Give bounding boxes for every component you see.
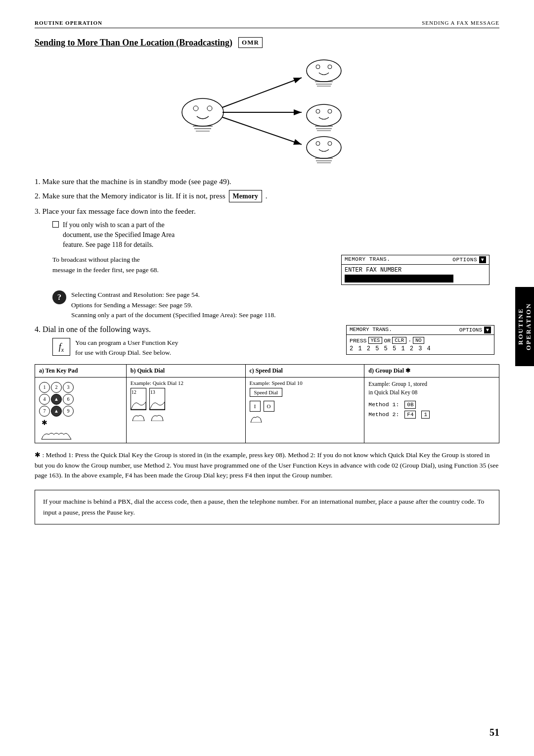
sd-key-I: I [250, 401, 261, 412]
key-spacer2 [63, 418, 74, 428]
svg-point-0 [182, 98, 223, 126]
lcd1-topbar: MEMORY TRANS. OPTIONS ▼ [342, 255, 489, 265]
speed-dial-finger-icon [250, 414, 274, 423]
info-text: Selecting Contrast and Resolution: See p… [71, 290, 276, 320]
checkbox-icon [52, 221, 59, 228]
lcd2-topbar-left: MEMORY TRANS. [350, 327, 392, 333]
quick-key-13-wave [150, 399, 165, 410]
group-dial-methods: Method 1: 0B Method 2: F4 1 [368, 401, 495, 419]
lcd1-col: MEMORY TRANS. OPTIONS ▼ ENTER FAX NUMBER [341, 255, 499, 285]
step-3: 3. Place your fax message face down into… [35, 205, 499, 217]
method2-box-1: 1 [421, 411, 430, 419]
quick-key-12: 12 [131, 388, 146, 410]
svg-point-22 [307, 137, 341, 158]
method1-box: 0B [404, 401, 416, 409]
quick-dial-cell: Example: Quick Dial 12 12 13 [126, 377, 245, 443]
group-dial-text: Example: Group 1, stored in Quick Dial K… [368, 380, 495, 397]
key-5: ▲ [51, 394, 62, 405]
quick-key-13: 13 [149, 388, 165, 410]
checkbox-item: If you only wish to scan a part of the d… [52, 220, 499, 250]
svg-point-18 [328, 109, 332, 113]
lcd1-topbar-left: MEMORY TRANS. [345, 256, 390, 263]
key-6: 6 [63, 394, 74, 405]
svg-point-1 [193, 106, 198, 111]
svg-point-12 [328, 65, 332, 69]
steps-area: 1. Make sure that the machine is in stan… [35, 176, 499, 320]
lcd2-press-line: PRESS YES OR CLR · NO [350, 337, 491, 344]
lcd2-num-line: 2 1 2 5 5 5 1 2 3 4 [350, 345, 491, 352]
notice-text: If your machine is behind a PBX, dial th… [43, 498, 484, 516]
two-col-row: To broadcast without placing the message… [35, 255, 499, 285]
lcd1: MEMORY TRANS. OPTIONS ▼ ENTER FAX NUMBER [341, 255, 490, 285]
sidebar-line2: OPERATION [525, 303, 533, 350]
finger-row [39, 429, 122, 440]
omr-box: OMR [238, 37, 263, 48]
svg-point-2 [207, 106, 212, 111]
page-header: Routine Operation Sending a Fax Message [35, 20, 499, 28]
footnote-text: : Method 1: Press the Quick Dial Key the… [35, 451, 498, 479]
fx-icon: fx [52, 338, 70, 356]
svg-point-23 [316, 142, 320, 145]
section-title-text: Sending to More Than One Location (Broad… [35, 38, 232, 48]
lcd1-topbar-right-text: OPTIONS [452, 257, 477, 263]
key-9: 9 [63, 406, 74, 417]
hand-icon [39, 429, 74, 440]
quick-key-12-wave [131, 399, 146, 410]
col-header-b: b) Quick Dial [126, 364, 245, 377]
footnote-asterisk: ✱ [35, 451, 41, 459]
lcd2-arrow-btn[interactable]: ▼ [484, 327, 491, 333]
svg-point-10 [307, 60, 341, 82]
method2-row: Method 2: F4 1 [368, 411, 495, 419]
fx-box: fx You can program a User Function Key f… [52, 338, 336, 358]
quick-dial-example-label: Example: Quick Dial 12 [131, 380, 241, 386]
speed-dial-example-label: Example: Speed Dial 10 [250, 380, 360, 386]
step-1: 1. Make sure that the machine is in stan… [35, 176, 499, 187]
svg-line-6 [222, 78, 302, 107]
sidebar-tab: ROUTINE OPERATION [515, 287, 534, 366]
col-header-a: a) Ten Key Pad [35, 364, 127, 377]
speed-dial-keys: I O [250, 401, 360, 412]
no-key: NO [413, 337, 424, 344]
header-right: Sending a Fax Message [422, 20, 499, 26]
lcd1-topbar-right: OPTIONS ▼ [452, 256, 486, 263]
clr-key: CLR [392, 337, 406, 344]
lcd2-topbar-right: OPTIONS ▼ [459, 327, 491, 333]
lcd2-topbar: MEMORY TRANS. OPTIONS ▼ [347, 326, 494, 335]
yes-key: YES [368, 337, 383, 344]
illustration-area [35, 53, 499, 167]
memory-button-label: Memory [229, 190, 262, 202]
lcd2: MEMORY TRANS. OPTIONS ▼ PRESS YES OR CLR… [346, 325, 494, 355]
svg-point-11 [316, 65, 320, 69]
broadcasting-illustration [163, 53, 371, 167]
broadcast-note-col: To broadcast without placing the message… [35, 255, 331, 285]
footnote-area: ✱ : Method 1: Press the Quick Dial Key t… [35, 450, 499, 481]
step4-left: 4. Dial in one of the following ways. fx… [35, 325, 336, 358]
col-header-c: c) Speed Dial [245, 364, 364, 377]
key-2: 2 [51, 382, 62, 393]
speed-dial-fingers [250, 414, 360, 425]
key-star: ✱ [39, 418, 50, 428]
group-dial-cell: Example: Group 1, stored in Quick Dial K… [364, 377, 499, 443]
finger-icon-1 [131, 412, 146, 421]
method2-box-f4: F4 [404, 411, 416, 419]
lcd1-arrow-btn[interactable]: ▼ [479, 256, 486, 263]
notice-box: If your machine is behind a PBX, dial th… [35, 490, 499, 524]
quick-dial-fingers [131, 412, 241, 421]
lcd1-cursor-bar [345, 275, 453, 283]
svg-point-24 [328, 142, 332, 145]
step-2-text: 2. Make sure that the Memory indicator i… [35, 191, 225, 200]
step-2: 2. Make sure that the Memory indicator i… [35, 190, 499, 202]
step4-row: 4. Dial in one of the following ways. fx… [35, 325, 499, 358]
info-bubble-row: ? Selecting Contrast and Resolution: See… [52, 290, 499, 320]
page-number: 51 [490, 727, 499, 738]
ten-key-pad-cell: 1 2 3 4 ▲ 6 7 ▲ 9 ✱ [35, 377, 127, 443]
step4-right: MEMORY TRANS. OPTIONS ▼ PRESS YES OR CLR… [346, 325, 499, 355]
svg-point-17 [316, 109, 320, 113]
key-1: 1 [39, 382, 50, 393]
svg-line-8 [222, 117, 302, 144]
key-7: 7 [39, 406, 50, 417]
keypad-grid: 1 2 3 4 ▲ 6 7 ▲ 9 ✱ [39, 382, 122, 428]
checkbox-text: If you only wish to scan a part of the d… [63, 220, 175, 250]
dial-table: a) Ten Key Pad b) Quick Dial c) Speed Di… [35, 364, 499, 443]
method1-row: Method 1: 0B [368, 401, 495, 409]
